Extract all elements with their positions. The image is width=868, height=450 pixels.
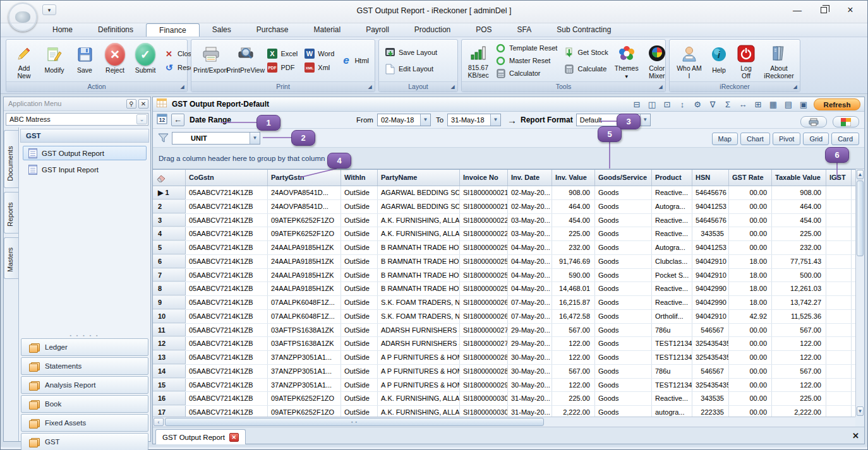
vertical-scrollbar[interactable]: ▲ ▼ (855, 169, 864, 417)
table-row[interactable]: 205AABCV7214K1ZB24AOVPA8541D...OutSideAG… (153, 200, 855, 214)
restore-button[interactable] (811, 1, 837, 20)
selection-mode-icon[interactable]: ▣ (797, 98, 810, 110)
view-button-pivot[interactable]: Pivot (773, 133, 800, 145)
table-row[interactable]: 505AABCV7214K1ZB24AALPA9185H1ZKOutSideB … (153, 241, 855, 255)
scroll-down-icon[interactable]: ▼ (857, 406, 864, 416)
vscroll-thumb[interactable] (857, 181, 864, 256)
row-number[interactable]: 17 (153, 406, 186, 417)
column-header-goods-service[interactable]: Goods/Service (595, 170, 652, 186)
view-button-grid[interactable]: Grid (803, 133, 829, 145)
export-xml-button[interactable]: XML Xml (304, 62, 334, 73)
column-header-taxable-value[interactable]: Taxable Value (772, 170, 826, 186)
column-header-inv-value[interactable]: Inv. Value (552, 170, 595, 186)
tools-dialog-launcher-icon[interactable]: ◢ (657, 83, 664, 90)
column-header-igst[interactable]: IGST (826, 170, 852, 186)
table-row[interactable]: 905AABCV7214K1ZB07AALPK6048F1Z...OutSide… (153, 296, 855, 310)
layout-dialog-launcher-icon[interactable]: ◢ (449, 83, 456, 90)
row-number[interactable]: 9 (153, 296, 186, 309)
unit-select[interactable]: UNIT ▼ (172, 132, 260, 145)
view-button-chart[interactable]: Chart (740, 133, 770, 145)
minimize-button[interactable]: — (784, 1, 811, 20)
hscroll-thumb[interactable]: ▪ ▪ (165, 418, 544, 426)
row-number[interactable]: 11 (153, 324, 186, 337)
filter-icon[interactable]: ∇ (706, 98, 719, 110)
table-row[interactable]: 305AABCV7214K1ZB09ATEPK6252F1ZOOutSideA.… (153, 214, 855, 228)
column-header-within[interactable]: WithIn (341, 170, 378, 186)
sidebar-section-statements[interactable]: Statements (21, 357, 148, 375)
table-row[interactable]: 1205AABCV7214K1ZB03AFTPS1638A1ZKOutSideA… (153, 337, 855, 351)
quick-access-dropdown[interactable]: ▾ (42, 4, 56, 15)
themes-button[interactable]: Themes ▼ (612, 42, 642, 80)
company-select[interactable]: ABC Matress ⌄ (6, 113, 148, 126)
row-number[interactable]: 4 (153, 227, 186, 240)
quick-print-icon[interactable]: ⊟ (630, 98, 643, 110)
page-setup-icon[interactable]: ◫ (646, 98, 658, 110)
sidebar-tab-documents[interactable]: Documents (4, 130, 18, 188)
edit-layout-button[interactable]: Edit Layout (385, 64, 437, 74)
table-row[interactable]: 605AABCV7214K1ZB24AALPA9185H1ZKOutSideB … (153, 255, 855, 269)
column-header-inv-date[interactable]: Inv. Date (508, 170, 552, 186)
column-header-cogstn[interactable]: CoGstn (186, 170, 268, 186)
menu-tab-payroll[interactable]: Payroll (353, 23, 402, 37)
close-all-tabs-icon[interactable]: ✕ (852, 431, 859, 441)
column-chooser-icon[interactable]: ▤ (782, 98, 795, 110)
print-preview-button[interactable]: PrintPreView (227, 42, 263, 80)
app-logo-globe[interactable] (8, 3, 37, 32)
submit-button[interactable]: ✓ Submit (130, 42, 160, 80)
pin-icon[interactable]: ⚲ (126, 99, 136, 109)
clear-filter-icon[interactable] (153, 170, 186, 186)
menu-tab-production[interactable]: Production (402, 23, 463, 37)
tab-gst-output-report[interactable]: GST Output Report ✕ (155, 429, 246, 444)
table-row[interactable]: ▶ 105AABCV7214K1ZB24AOVPA8541D...OutSide… (153, 186, 855, 200)
row-number[interactable]: 8 (153, 282, 186, 295)
sidebar-item-gst-input-report[interactable]: GST Input Report (23, 162, 147, 177)
sidebar-section-fixed-assets[interactable]: Fixed Assets (21, 414, 148, 432)
row-number[interactable]: 2 (153, 200, 186, 213)
menu-tab-sub-contracting[interactable]: Sub Contracting (544, 23, 624, 37)
group-by-bar[interactable]: Drag a column header here to group by th… (153, 148, 864, 169)
column-header-partyname[interactable]: PartyName (378, 170, 460, 186)
menu-tab-material[interactable]: Material (301, 23, 353, 37)
action-dialog-launcher-icon[interactable]: ◢ (179, 83, 186, 90)
row-number[interactable]: 7 (153, 269, 186, 282)
close-sidebar-icon[interactable]: ✕ (138, 99, 148, 109)
modify-button[interactable]: Modify (39, 42, 69, 80)
sidebar-section-analysis-report[interactable]: Analysis Report (21, 376, 148, 394)
template-reset-button[interactable]: Template Reset (495, 43, 557, 54)
table-row[interactable]: 805AABCV7214K1ZB24AALPA9185H1ZKOutSideB … (153, 282, 855, 296)
export-html-button[interactable]: e Html (341, 56, 369, 66)
column-header-invoice-no[interactable]: Invoice No (460, 170, 508, 186)
calculator-button[interactable]: Calculator (495, 68, 557, 79)
sort-order-icon[interactable]: ↕ (676, 98, 689, 110)
from-date-select[interactable]: 02-May-18 ▼ (377, 114, 431, 126)
print-dialog-launcher-icon[interactable]: ◢ (366, 83, 373, 90)
menu-tab-sales[interactable]: Sales (200, 23, 244, 37)
print-export-button[interactable]: Print/Export (194, 42, 227, 80)
summary-icon[interactable]: Σ (721, 98, 734, 110)
row-number[interactable]: 6 (153, 255, 186, 268)
scroll-up-icon[interactable]: ▲ (857, 170, 864, 179)
sidebar-item-gst-output-report[interactable]: GST Output Report (23, 146, 147, 160)
column-header-hsn[interactable]: HSN (692, 170, 729, 186)
table-row[interactable]: 405AABCV7214K1ZB09ATEPK6252F1ZOOutSideA.… (153, 227, 855, 241)
who-am-i-button[interactable]: Who AM I (672, 42, 706, 80)
save-button[interactable]: Save (69, 42, 100, 80)
color-mixer-button[interactable]: ColorMixer (642, 42, 672, 80)
sidebar-splitter[interactable]: ▪ ▪ ▪ ▪ ▪ (19, 333, 150, 338)
about-ireckoner-button[interactable]: AboutiReckoner (761, 42, 797, 80)
table-row[interactable]: 1305AABCV7214K1ZB37ANZPP3051A1...OutSide… (153, 351, 855, 365)
row-number[interactable]: 13 (153, 351, 186, 364)
table-row[interactable]: 1105AABCV7214K1ZB03AFTPS1638A1ZKOutSideA… (153, 324, 855, 338)
help-button[interactable]: i Help (706, 42, 732, 80)
layout-grid-button[interactable] (833, 116, 859, 127)
menu-tab-purchase[interactable]: Purchase (244, 23, 301, 37)
master-reset-button[interactable]: Master Reset (495, 56, 557, 66)
column-header-partygstn[interactable]: PartyGstn (268, 170, 341, 186)
to-date-select[interactable]: 31-May-18 ▼ (447, 114, 501, 126)
column-width-icon[interactable]: ↔ (737, 98, 749, 110)
column-header-gst-rate[interactable]: GST Rate (729, 170, 772, 186)
row-number[interactable]: 5 (153, 241, 186, 254)
view-button-card[interactable]: Card (831, 133, 859, 145)
row-number[interactable]: 14 (153, 365, 186, 378)
calculate-button[interactable]: Calculate (564, 64, 608, 74)
